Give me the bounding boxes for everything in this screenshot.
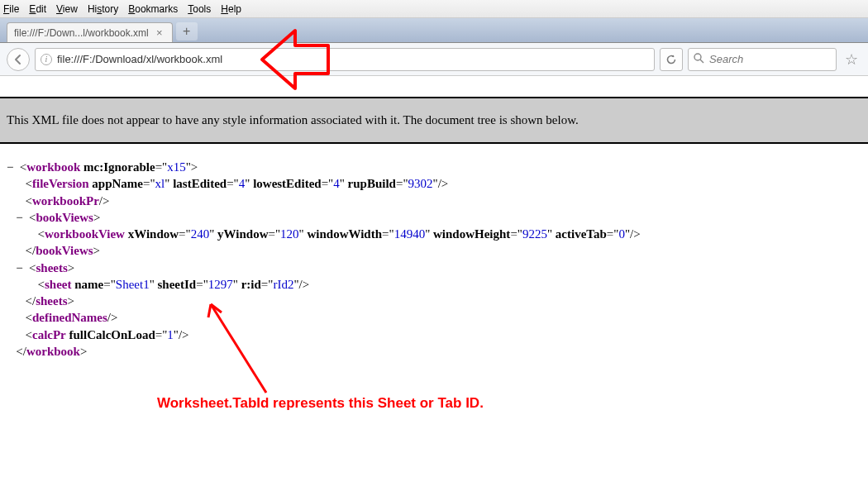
menu-history[interactable]: History: [88, 3, 118, 15]
bookmark-star-icon[interactable]: ☆: [842, 50, 861, 69]
xml-line: <sheet name="Sheet1" sheetId="1297" r:id…: [7, 276, 861, 293]
menu-file[interactable]: File: [3, 3, 19, 15]
menu-tools[interactable]: Tools: [188, 3, 211, 15]
toggle-icon[interactable]: −: [7, 159, 17, 175]
xml-line: − <workbook mc:Ignorable="x15">: [7, 159, 861, 175]
reload-button[interactable]: [660, 48, 683, 71]
xml-line: <workbookView xWindow="240" yWindow="120…: [7, 226, 861, 242]
url-bar[interactable]: i: [35, 48, 655, 71]
back-button[interactable]: [7, 48, 30, 71]
browser-tab[interactable]: file:///F:/Down...l/workbook.xml ×: [7, 22, 173, 42]
xml-tree-view: − <workbook mc:Ignorable="x15"> <fileVer…: [0, 144, 868, 366]
xml-line: </bookViews>: [7, 242, 861, 259]
info-icon[interactable]: i: [41, 54, 52, 65]
xml-line: </sheets>: [7, 293, 861, 309]
menu-bar: File Edit View History Bookmarks Tools H…: [0, 0, 868, 18]
xml-line: − <bookViews>: [7, 209, 861, 226]
xml-line: </workbook>: [7, 343, 861, 360]
menu-view[interactable]: View: [56, 3, 78, 15]
xml-line: <workbookPr/>: [7, 193, 861, 209]
tab-title: file:///F:/Down...l/workbook.xml: [14, 27, 149, 39]
close-icon[interactable]: ×: [154, 27, 165, 39]
toggle-icon[interactable]: −: [16, 209, 26, 226]
menu-bookmarks[interactable]: Bookmarks: [128, 3, 178, 15]
search-icon: [694, 53, 704, 66]
xml-no-style-notice: This XML file does not appear to have an…: [0, 97, 868, 144]
search-input[interactable]: [709, 53, 849, 65]
menu-edit[interactable]: Edit: [29, 3, 46, 15]
arrow-left-icon: [12, 54, 24, 65]
url-input[interactable]: [57, 53, 649, 65]
xml-line: <calcPr fullCalcOnLoad="1"/>: [7, 327, 861, 343]
svg-point-0: [694, 54, 701, 60]
menu-help[interactable]: Help: [221, 3, 241, 15]
tab-strip: file:///F:/Down...l/workbook.xml × +: [0, 18, 868, 43]
xml-line: <fileVersion appName="xl" lastEdited="4"…: [7, 175, 861, 192]
search-bar[interactable]: [688, 48, 837, 71]
xml-line: <definedNames/>: [7, 309, 861, 326]
toolbar: i ☆: [0, 43, 868, 76]
xml-line: − <sheets>: [7, 260, 861, 276]
toggle-icon[interactable]: −: [16, 260, 26, 276]
new-tab-button[interactable]: +: [176, 22, 198, 41]
svg-line-1: [700, 60, 703, 63]
annotation-text: Worksheet.TabId represents this Sheet or…: [157, 395, 484, 412]
reload-icon: [665, 54, 677, 65]
